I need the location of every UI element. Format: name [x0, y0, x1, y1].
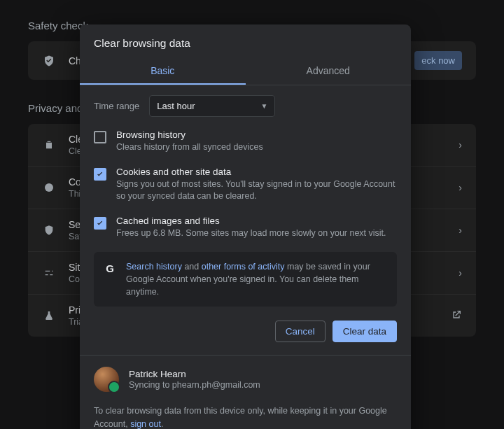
time-range-label: Time range [94, 101, 139, 111]
checkbox-cookies[interactable] [94, 168, 106, 181]
tab-advanced[interactable]: Advanced [246, 58, 412, 85]
chevron-right-icon: › [458, 225, 462, 236]
chevron-right-icon: › [458, 139, 462, 150]
svg-point-0 [45, 183, 53, 192]
time-range-row: Time range Last hour ▼ [94, 95, 397, 117]
google-logo-icon: G [104, 261, 116, 276]
sign-out-link[interactable]: sign out [130, 419, 161, 429]
other-activity-link[interactable]: other forms of activity [202, 262, 285, 272]
account-section: Patrick Hearn Syncing to phearn.ph@gmail… [80, 355, 411, 429]
time-range-value: Last hour [157, 101, 195, 111]
option-title: Cookies and other site data [116, 167, 397, 177]
check-now-button[interactable]: eck now [414, 51, 462, 70]
dialog-title: Clear browsing data [80, 24, 411, 58]
chevron-down-icon: ▼ [260, 102, 267, 110]
tab-basic[interactable]: Basic [80, 58, 246, 85]
dialog-tabs: Basic Advanced [80, 58, 411, 85]
clear-data-button[interactable]: Clear data [332, 321, 397, 342]
search-history-link[interactable]: Search history [126, 262, 182, 272]
cancel-button[interactable]: Cancel [275, 321, 326, 342]
sliders-icon [42, 266, 56, 280]
option-cache: Cached images and files Frees up 6.8 MB.… [94, 216, 397, 240]
option-cookies: Cookies and other site data Signs you ou… [94, 167, 397, 203]
open-external-icon [451, 309, 462, 323]
dialog-actions: Cancel Clear data [80, 307, 411, 355]
trash-icon [42, 138, 56, 152]
avatar [94, 367, 119, 392]
option-browsing-history: Browsing history Clears history from all… [94, 129, 397, 154]
account-name: Patrick Hearn [129, 369, 260, 379]
clear-browsing-data-dialog: Clear browsing data Basic Advanced Time … [80, 24, 411, 429]
cookie-icon [42, 181, 56, 195]
dialog-body: Time range Last hour ▼ Browsing history … [80, 85, 411, 307]
account-sync-status: Syncing to phearn.ph@gmail.com [129, 380, 260, 390]
flask-icon [42, 309, 56, 323]
account-row: Patrick Hearn Syncing to phearn.ph@gmail… [94, 367, 397, 392]
account-note: To clear browsing data from this device … [94, 405, 397, 429]
google-activity-info: G Search history and other forms of acti… [94, 252, 397, 307]
time-range-select[interactable]: Last hour ▼ [149, 95, 275, 117]
option-title: Browsing history [116, 129, 397, 140]
option-desc: Frees up 6.8 MB. Some sites may load mor… [116, 227, 397, 240]
info-text: Search history and other forms of activi… [126, 260, 387, 298]
checkbox-browsing-history[interactable] [94, 131, 106, 143]
checkbox-cache[interactable] [94, 217, 106, 230]
shield-icon [42, 223, 56, 237]
option-desc: Clears history from all synced devices [116, 141, 397, 154]
chevron-right-icon: › [458, 182, 462, 193]
shield-check-icon [42, 54, 56, 68]
option-title: Cached images and files [116, 216, 397, 226]
chevron-right-icon: › [458, 267, 462, 279]
option-desc: Signs you out of most sites. You'll stay… [116, 178, 397, 203]
